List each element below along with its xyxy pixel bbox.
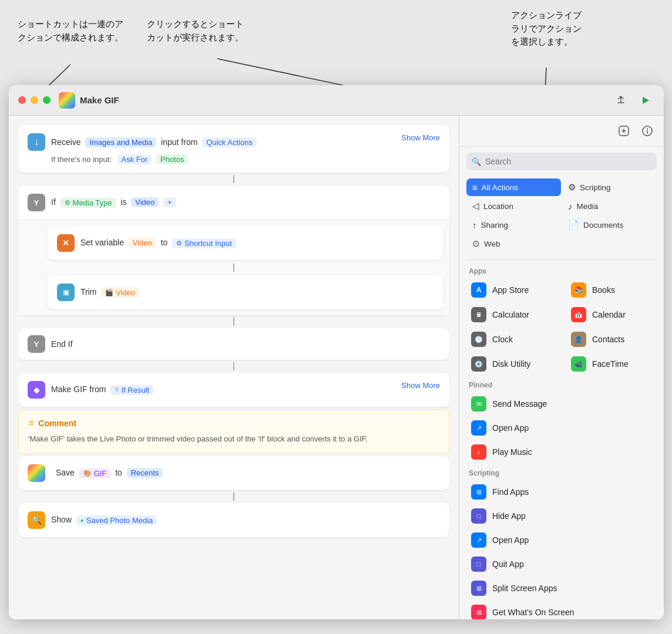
- media-icon: ♪: [568, 201, 573, 211]
- split-screen-label: Split Screen Apps: [492, 584, 557, 593]
- saved-photo-token[interactable]: ● Saved Photo Media: [76, 515, 157, 525]
- trim-text: Trim 🎬 Video: [80, 287, 139, 298]
- quick-actions-token[interactable]: Quick Actions: [202, 137, 257, 147]
- action-app-store[interactable]: A App Store: [464, 278, 559, 302]
- comment-body: 'Make GIF' takes the Live Photo or trimm…: [28, 433, 439, 445]
- category-grid: ≡ All Actions ⚙ Scripting ◁ Location ♪ M…: [459, 176, 664, 255]
- find-apps-label: Find Apps: [492, 487, 529, 497]
- set-var-token1[interactable]: Video: [129, 238, 156, 248]
- search-input[interactable]: [466, 153, 657, 170]
- search-bar: 🔍: [466, 153, 657, 170]
- pinned-section-header: Pinned: [462, 376, 661, 392]
- minimize-button[interactable]: [31, 96, 38, 104]
- ask-for-token[interactable]: Ask For: [117, 154, 152, 164]
- action-split-screen[interactable]: ⊞ Split Screen Apps: [464, 576, 659, 600]
- get-screen-icon: ⊠: [471, 605, 486, 619]
- actions-list: Apps A App Store 📚 Books 🖩 Calculator: [459, 262, 664, 619]
- find-apps-icon: ⊞: [471, 484, 486, 500]
- cat-location-label: Location: [483, 202, 513, 211]
- editor-panel: ↓ Receive Images and Media input from Qu…: [9, 116, 459, 619]
- show-more-btn[interactable]: Show More: [401, 133, 440, 142]
- connector4: [233, 493, 234, 501]
- if-result-token[interactable]: Y If Result: [110, 385, 153, 395]
- action-open-app-pinned[interactable]: ↗ Open App: [464, 416, 659, 440]
- receive-action: ↓ Receive Images and Media input from Qu…: [18, 125, 449, 173]
- media-type-token[interactable]: ⚙ Media Type: [61, 198, 116, 208]
- play-music-icon: ♪: [471, 444, 486, 460]
- set-var-token2[interactable]: ⚙ Shortcut Input: [172, 238, 236, 248]
- play-music-label: Play Music: [492, 447, 532, 457]
- receive-text: Receive Images and Media input from Quic…: [51, 137, 257, 147]
- disk-utility-icon: 💿: [471, 356, 486, 372]
- images-media-token[interactable]: Images and Media: [85, 137, 156, 147]
- send-message-icon: ✉: [471, 396, 486, 412]
- get-screen-label: Get What's On Screen: [492, 608, 574, 617]
- video-token[interactable]: Video: [131, 197, 159, 207]
- action-calendar[interactable]: 📅 Calendar: [564, 303, 659, 326]
- action-quit-app[interactable]: □ Quit App: [464, 552, 659, 576]
- recents-token[interactable]: Recents: [127, 468, 163, 478]
- svg-line-1: [217, 59, 439, 85]
- send-message-label: Send Message: [492, 399, 547, 409]
- cat-sharing-label: Sharing: [481, 221, 509, 230]
- make-gif-text: Make GIF from Y If Result: [51, 385, 153, 395]
- action-disk-utility[interactable]: 💿 Disk Utility: [464, 352, 559, 376]
- svg-marker-3: [643, 97, 649, 104]
- set-var-text: Set variable Video to ⚙ Shortcut Input: [80, 238, 236, 248]
- app-icon: [59, 92, 75, 109]
- trim-token[interactable]: 🎬 Video: [101, 288, 139, 298]
- cat-documents[interactable]: 📄 Documents: [562, 216, 657, 234]
- open-app-pinned-label: Open App: [492, 423, 529, 433]
- action-facetime[interactable]: 📹 FaceTime: [564, 352, 659, 376]
- make-gif-show-more[interactable]: Show More: [401, 381, 440, 390]
- gif-token[interactable]: 🎨 GIF: [79, 468, 111, 478]
- action-calculator[interactable]: 🖩 Calculator: [464, 303, 559, 326]
- share-button[interactable]: [612, 92, 630, 109]
- app-store-icon: A: [471, 282, 486, 298]
- contacts-label: Contacts: [592, 335, 624, 344]
- action-open-app[interactable]: ↗ Open App: [464, 528, 659, 552]
- end-if-icon: Y: [28, 335, 45, 353]
- action-find-apps[interactable]: ⊞ Find Apps: [464, 480, 659, 504]
- cat-sharing[interactable]: ↑ Sharing: [466, 216, 561, 234]
- cat-web-label: Web: [484, 240, 500, 248]
- cat-scripting[interactable]: ⚙ Scripting: [562, 178, 657, 196]
- documents-icon: 📄: [568, 220, 579, 230]
- comment-action: ≡ Comment 'Make GIF' takes the Live Phot…: [18, 409, 449, 454]
- action-clock[interactable]: 🕐 Clock: [464, 328, 559, 351]
- plus-token[interactable]: +: [163, 197, 176, 207]
- content-area: ↓ Receive Images and Media input from Qu…: [9, 116, 664, 619]
- cat-media[interactable]: ♪ Media: [562, 197, 657, 215]
- run-button[interactable]: [637, 92, 654, 109]
- clock-label: Clock: [492, 335, 513, 344]
- scripting-section-header: Scripting: [462, 464, 661, 480]
- cat-scripting-label: Scripting: [580, 183, 611, 192]
- cat-all-actions[interactable]: ≡ All Actions: [466, 178, 561, 196]
- save-icon: [28, 464, 45, 482]
- cat-web[interactable]: ⊙ Web: [466, 235, 561, 252]
- scripting-icon: ⚙: [568, 182, 576, 193]
- connector-if: [233, 264, 234, 272]
- add-shortcut-button[interactable]: [614, 122, 633, 140]
- show-text: Show ● Saved Photo Media: [51, 515, 157, 525]
- close-button[interactable]: [18, 96, 26, 104]
- info-button[interactable]: [638, 122, 657, 140]
- maximize-button[interactable]: [43, 96, 51, 104]
- show-icon: 🔍: [28, 511, 45, 529]
- calculator-label: Calculator: [492, 310, 529, 319]
- hide-app-label: Hide App: [492, 511, 526, 521]
- action-hide-app[interactable]: □ Hide App: [464, 504, 659, 528]
- action-books[interactable]: 📚 Books: [564, 278, 659, 302]
- action-play-music[interactable]: ♪ Play Music: [464, 440, 659, 464]
- action-contacts[interactable]: 👤 Contacts: [564, 328, 659, 351]
- if-icon: Y: [28, 194, 45, 211]
- set-variable-action: ✕ Set variable Video to ⚙ Shortcut Input: [48, 226, 443, 260]
- titlebar-actions: [612, 92, 654, 109]
- action-get-screen[interactable]: ⊠ Get What's On Screen: [464, 601, 659, 619]
- action-send-message[interactable]: ✉ Send Message: [464, 392, 659, 416]
- callout-2: クリックするとショート カットが実行されます。: [147, 18, 253, 44]
- cat-location[interactable]: ◁ Location: [466, 197, 561, 215]
- callout-3: アクションライブラリでアクションを選択します。: [511, 9, 582, 49]
- connector: [233, 175, 234, 183]
- photos-token[interactable]: Photos: [156, 154, 188, 164]
